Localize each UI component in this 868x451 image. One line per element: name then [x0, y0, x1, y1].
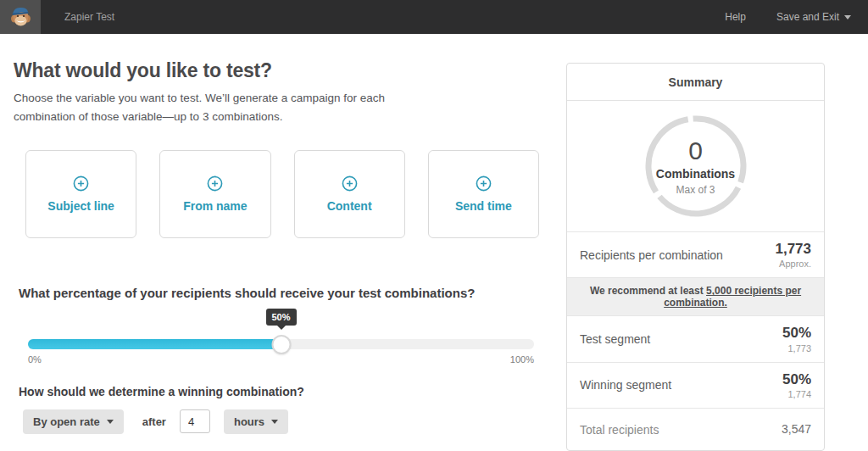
card-from-name[interactable]: From name: [159, 150, 270, 238]
duration-input[interactable]: [180, 409, 210, 433]
row-value: 50%: [782, 371, 811, 388]
slider-fill: [28, 339, 281, 349]
page-description: Choose the variable you want to test. We…: [14, 89, 412, 127]
slider-max-label: 100%: [510, 354, 534, 365]
add-circle-icon: [73, 175, 89, 192]
card-label: Subject line: [47, 199, 114, 213]
winning-combination-question: How should we determine a winning combin…: [19, 385, 539, 398]
unit-dropdown-value: hours: [234, 415, 264, 428]
slider-scale-labels: 0% 100%: [28, 354, 534, 365]
variable-cards: Subject line From name Content: [25, 150, 539, 238]
test-percentage-section: What percentage of your recipients shoul…: [19, 286, 539, 361]
row-subvalue: 1,774: [782, 389, 811, 399]
row-value-block: 50% 1,773: [782, 325, 811, 353]
summary-title: Summary: [567, 64, 824, 101]
freddie-mascot-icon: [8, 4, 33, 30]
row-label: Total recipients: [580, 423, 659, 437]
slider-value-tooltip: 50%: [265, 309, 296, 326]
metric-dropdown[interactable]: By open rate: [23, 409, 124, 434]
row-value: 1,773: [775, 241, 811, 258]
winning-combination-section: How should we determine a winning combin…: [19, 385, 539, 434]
slider-min-label: 0%: [28, 354, 42, 365]
save-and-exit-button[interactable]: Save and Exit: [776, 11, 851, 23]
card-content[interactable]: Content: [294, 150, 405, 238]
summary-panel: Summary 0 Combinations Max of 3 Recipien…: [566, 63, 825, 451]
after-label: after: [142, 415, 166, 428]
donut-center-text: 0 Combinations Max of 3: [656, 136, 735, 196]
add-circle-icon: [207, 175, 223, 192]
add-circle-icon: [476, 175, 492, 192]
row-value-block: 1,773 Approx.: [775, 241, 811, 269]
card-label: From name: [183, 199, 247, 213]
combinations-count: 0: [656, 136, 735, 164]
recommendation-prefix: We recommend at least: [590, 285, 706, 297]
card-label: Send time: [455, 199, 512, 213]
winning-segment-row: Winning segment 50% 1,774: [567, 362, 824, 408]
chevron-down-icon: [271, 420, 278, 424]
top-bar: Zapier Test Help Save and Exit: [0, 0, 868, 34]
combinations-max: Max of 3: [656, 184, 735, 196]
help-link[interactable]: Help: [725, 11, 746, 23]
campaign-title: Zapier Test: [64, 11, 114, 23]
slider-handle[interactable]: [271, 335, 291, 354]
row-subvalue: 1,773: [782, 343, 811, 354]
unit-dropdown[interactable]: hours: [224, 409, 288, 434]
row-label: Test segment: [580, 332, 650, 346]
chevron-down-icon: [844, 15, 851, 19]
card-subject-line[interactable]: Subject line: [25, 150, 136, 238]
row-label: Winning segment: [580, 378, 671, 392]
row-label: Recipients per combination: [580, 248, 723, 262]
recipients-per-combination-row: Recipients per combination 1,773 Approx.: [567, 231, 824, 277]
row-value: 50%: [782, 325, 811, 342]
combinations-label: Combinations: [656, 167, 735, 181]
chevron-down-icon: [107, 420, 114, 424]
percentage-slider: 50% 0% 100%: [28, 309, 534, 361]
card-send-time[interactable]: Send time: [428, 150, 539, 238]
test-segment-row: Test segment 50% 1,773: [567, 315, 824, 361]
row-value-block: 3,547: [782, 422, 811, 437]
winner-controls: By open rate after hours: [23, 409, 539, 434]
ab-test-setup-page: Zapier Test Help Save and Exit What woul…: [0, 0, 868, 451]
page-title: What would you like to test?: [14, 59, 539, 82]
save-and-exit-label: Save and Exit: [776, 11, 839, 23]
main-content: What would you like to test? Choose the …: [14, 59, 539, 434]
combinations-donut: 0 Combinations Max of 3: [567, 101, 824, 231]
metric-dropdown-value: By open rate: [33, 415, 100, 428]
row-value: 3,547: [782, 422, 811, 437]
card-label: Content: [327, 199, 372, 213]
test-percentage-question: What percentage of your recipients shoul…: [19, 286, 539, 300]
row-subvalue: Approx.: [775, 259, 811, 269]
mailchimp-logo[interactable]: [0, 0, 41, 34]
row-value-block: 50% 1,774: [782, 371, 811, 399]
recommendation-note: We recommend at least 5,000 recipients p…: [567, 277, 824, 315]
total-recipients-row: Total recipients 3,547: [567, 408, 824, 450]
add-circle-icon: [342, 175, 358, 192]
